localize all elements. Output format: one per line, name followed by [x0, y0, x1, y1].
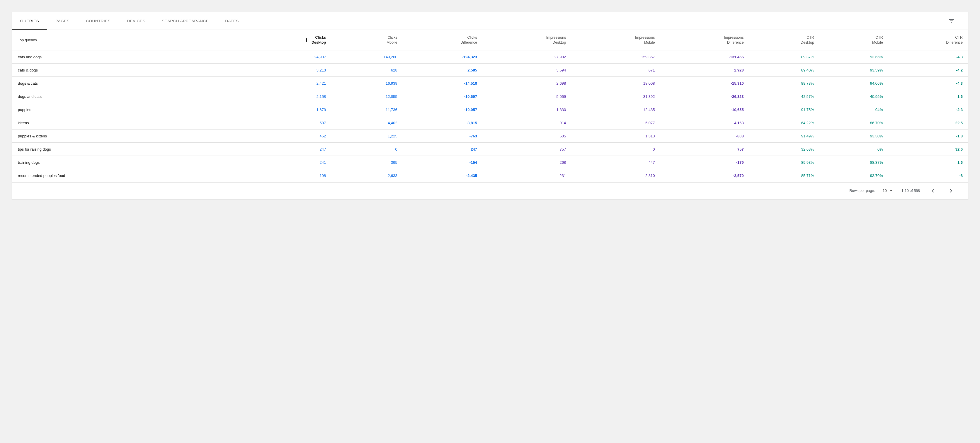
metric-cell: 247 — [235, 143, 331, 156]
metric-cell: 93.59% — [819, 64, 888, 77]
metric-cell: -2.3 — [888, 103, 968, 116]
metric-cell: 88.37% — [819, 156, 888, 169]
metric-cell: 93.70% — [819, 169, 888, 182]
metric-cell: 12,855 — [331, 90, 402, 103]
table-row[interactable]: cats & dogs3,2136282,5853,5946712,92389.… — [12, 64, 968, 77]
metric-cell: 231 — [482, 169, 571, 182]
metric-cell: 85.71% — [749, 169, 819, 182]
chevron-left-icon — [929, 187, 936, 194]
table-row[interactable]: puppies & kittens4621,225-7635051,313-80… — [12, 130, 968, 143]
metric-cell: 2,421 — [235, 77, 331, 90]
metric-cell: 93.66% — [819, 51, 888, 64]
metric-cell: 149,260 — [331, 51, 402, 64]
dropdown-arrow-icon — [889, 188, 894, 194]
metric-cell: -4.2 — [888, 64, 968, 77]
metric-cell: 1,830 — [482, 103, 571, 116]
query-cell: dogs and cats — [12, 90, 235, 103]
metric-cell: -808 — [660, 130, 749, 143]
metric-cell: -179 — [660, 156, 749, 169]
column-header: ImpressionsMobile — [571, 30, 660, 51]
column-header: CTRMobile — [819, 30, 888, 51]
table-row[interactable]: kittens5874,402-3,8159145,077-4,16364.22… — [12, 116, 968, 130]
metric-cell: 241 — [235, 156, 331, 169]
metric-cell: 159,357 — [571, 51, 660, 64]
metric-cell: 3,594 — [482, 64, 571, 77]
metric-cell: -4.3 — [888, 77, 968, 90]
metric-cell: 505 — [482, 130, 571, 143]
metric-cell: 11,736 — [331, 103, 402, 116]
tab-devices[interactable]: DEVICES — [119, 12, 154, 30]
column-header[interactable]: ClicksDesktop — [235, 30, 331, 51]
tab-queries[interactable]: QUERIES — [12, 12, 47, 30]
column-header: CTRDifference — [888, 30, 968, 51]
tab-search-appearance[interactable]: SEARCH APPEARANCE — [154, 12, 217, 30]
metric-cell: -154 — [402, 156, 482, 169]
table-body: cats and dogs24,937149,260-124,32327,902… — [12, 51, 968, 182]
metric-cell: 1,225 — [331, 130, 402, 143]
table-row[interactable]: dogs and cats2,15812,855-10,6975,06931,3… — [12, 90, 968, 103]
metric-cell: 671 — [571, 64, 660, 77]
metric-cell: 2,810 — [571, 169, 660, 182]
metric-cell: 3,213 — [235, 64, 331, 77]
metric-cell: 0 — [331, 143, 402, 156]
table-row[interactable]: puppies1,67911,736-10,0571,83012,485-10,… — [12, 103, 968, 116]
metric-cell: -131,455 — [660, 51, 749, 64]
metric-cell: 27,902 — [482, 51, 571, 64]
table-scroll[interactable]: Top queriesClicksDesktopClicksMobileClic… — [12, 30, 968, 182]
prev-page-button[interactable] — [928, 186, 938, 196]
tab-countries[interactable]: COUNTRIES — [78, 12, 119, 30]
metric-cell: 86.70% — [819, 116, 888, 130]
filter-icon[interactable] — [948, 17, 955, 24]
metric-cell: 268 — [482, 156, 571, 169]
query-cell: training dogs — [12, 156, 235, 169]
query-cell: puppies & kittens — [12, 130, 235, 143]
query-cell: puppies — [12, 103, 235, 116]
metric-cell: 1,313 — [571, 130, 660, 143]
column-header: ClicksMobile — [331, 30, 402, 51]
table-row[interactable]: dogs & cats2,42116,939-14,5182,69818,008… — [12, 77, 968, 90]
metric-cell: 89.73% — [749, 77, 819, 90]
pagination: Rows per page: 10 1-10 of 568 — [12, 182, 968, 199]
metric-cell: 93.30% — [819, 130, 888, 143]
table-row[interactable]: tips for raising dogs2470247757075732.63… — [12, 143, 968, 156]
metric-cell: 2,585 — [402, 64, 482, 77]
pagination-range: 1-10 of 568 — [902, 189, 920, 193]
table-row[interactable]: cats and dogs24,937149,260-124,32327,902… — [12, 51, 968, 64]
next-page-button[interactable] — [946, 186, 956, 196]
metric-cell: 5,069 — [482, 90, 571, 103]
metric-cell: 89.93% — [749, 156, 819, 169]
metric-cell: 2,698 — [482, 77, 571, 90]
metric-cell: 16,939 — [331, 77, 402, 90]
metric-cell: 628 — [331, 64, 402, 77]
metric-cell: -2,579 — [660, 169, 749, 182]
metric-cell: -763 — [402, 130, 482, 143]
metric-cell: 395 — [331, 156, 402, 169]
metric-cell: -4.3 — [888, 51, 968, 64]
metric-cell: -10,655 — [660, 103, 749, 116]
tab-pages[interactable]: PAGES — [47, 12, 78, 30]
table-row[interactable]: training dogs241395-154268447-17989.93%8… — [12, 156, 968, 169]
table-row[interactable]: recommended puppies food1982,633-2,43523… — [12, 169, 968, 182]
query-cell: recommended puppies food — [12, 169, 235, 182]
tab-dates[interactable]: DATES — [217, 12, 247, 30]
metric-cell: 757 — [482, 143, 571, 156]
metric-cell: 757 — [660, 143, 749, 156]
sort-desc-icon — [304, 38, 309, 43]
chevron-right-icon — [947, 187, 955, 194]
column-header: Top queries — [12, 30, 235, 51]
metric-cell: 32.63% — [749, 143, 819, 156]
metric-cell: 64.22% — [749, 116, 819, 130]
metric-cell: 0% — [819, 143, 888, 156]
queries-table: Top queriesClicksDesktopClicksMobileClic… — [12, 30, 968, 182]
query-cell: cats and dogs — [12, 51, 235, 64]
rows-per-page-value: 10 — [883, 189, 887, 193]
metric-cell: 24,937 — [235, 51, 331, 64]
metric-cell: -2,435 — [402, 169, 482, 182]
metric-cell: 89.37% — [749, 51, 819, 64]
metric-cell: 91.75% — [749, 103, 819, 116]
metric-cell: 914 — [482, 116, 571, 130]
metric-cell: 89.40% — [749, 64, 819, 77]
column-header: CTRDesktop — [749, 30, 819, 51]
metric-cell: 2,158 — [235, 90, 331, 103]
rows-per-page-select[interactable]: 10 — [883, 188, 894, 194]
